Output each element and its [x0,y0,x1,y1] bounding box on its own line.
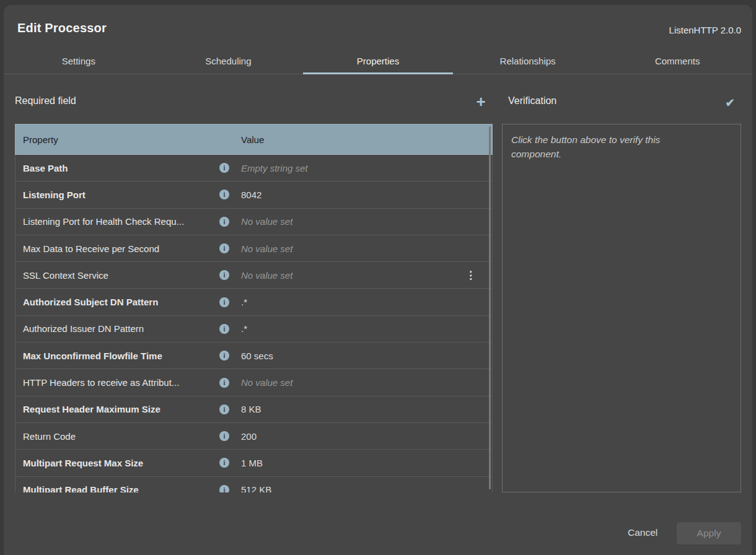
verification-panel: Click the button above to verify this co… [502,124,741,492]
property-row[interactable]: Request Header Maximum Sizei8 KB [15,396,492,423]
properties-table-header: Property Value [15,124,493,155]
info-icon[interactable]: i [219,431,229,441]
cancel-button[interactable]: Cancel [628,527,657,538]
property-name: Multipart Read Buffer Size [23,484,219,492]
properties-table-body: Base PathiEmpty string setListening Port… [15,155,493,492]
component-version: ListenHTTP 2.0.0 [669,25,741,35]
dialog-title: Edit Processor [17,21,107,35]
table-scrollbar[interactable] [489,126,491,489]
info-icon[interactable]: i [219,458,229,468]
tab-relationships-label: Relationships [500,56,556,66]
property-row[interactable]: Return Codei200 [15,423,492,450]
info-icon[interactable]: i [219,378,229,388]
tab-comments[interactable]: Comments [602,48,752,74]
property-row[interactable]: HTTP Headers to receive as Attribut...iN… [15,369,492,396]
property-value[interactable]: 1 MB [241,458,263,468]
property-row[interactable]: Multipart Read Buffer Sizei512 KB [15,477,492,492]
more-options-icon[interactable]: ⋮ [465,269,476,282]
verify-button[interactable]: ✔ [721,94,739,111]
property-row[interactable]: Listening Porti8042 [15,181,492,208]
edit-processor-dialog: Edit Processor ListenHTTP 2.0.0 Settings… [4,5,752,555]
properties-table: Property Value Base PathiEmpty string se… [15,124,493,492]
info-icon[interactable]: i [219,163,229,173]
property-value[interactable]: No value set [241,270,292,281]
info-icon[interactable]: i [219,243,229,253]
property-name: Multipart Request Max Size [23,458,219,468]
property-value[interactable]: Empty string set [241,163,308,173]
column-header-value: Value [241,134,264,145]
add-property-button[interactable]: + [472,93,490,110]
info-icon[interactable]: i [219,297,229,307]
property-value[interactable]: .* [241,323,247,334]
property-name: Listening Port [23,190,219,200]
check-icon: ✔ [725,96,734,110]
property-name: Return Code [23,431,219,442]
tab-settings[interactable]: Settings [4,48,154,74]
property-row[interactable]: Base PathiEmpty string set [15,155,492,181]
column-header-property: Property [23,134,58,145]
verification-heading: Verification [508,95,556,107]
property-name: HTTP Headers to receive as Attribut... [23,377,219,388]
plus-icon: + [476,94,485,110]
tab-settings-label: Settings [62,56,95,66]
info-icon[interactable]: i [219,217,229,227]
property-value[interactable]: 60 secs [241,351,273,361]
property-row[interactable]: Authorized Issuer DN Patterni.* [15,316,492,343]
info-icon[interactable]: i [219,485,229,492]
verification-hint: Click the button above to verify this co… [511,133,697,162]
property-name: Max Unconfirmed Flowfile Time [23,351,219,361]
property-row[interactable]: Authorized Subject DN Patterni.* [15,289,492,315]
property-row[interactable]: Max Data to Receive per SecondiNo value … [15,235,492,262]
property-value[interactable]: .* [241,297,247,307]
property-name: Listening Port for Health Check Requ... [23,216,219,227]
tab-properties-label: Properties [357,56,399,66]
property-name: Base Path [23,163,219,173]
info-icon[interactable]: i [219,190,229,199]
tab-properties[interactable]: Properties [303,48,453,74]
info-icon[interactable]: i [219,270,229,280]
property-value[interactable]: 8042 [241,190,262,200]
property-value[interactable]: 512 KB [241,484,271,492]
property-value[interactable]: No value set [241,377,292,388]
property-row[interactable]: Listening Port for Health Check Requ...i… [15,209,492,235]
property-value[interactable]: No value set [241,243,292,254]
property-name: Authorized Issuer DN Pattern [23,323,219,334]
info-icon[interactable]: i [219,324,229,334]
property-value[interactable]: 8 KB [241,404,262,414]
required-field-heading: Required field [15,95,76,107]
property-row[interactable]: Max Unconfirmed Flowfile Timei60 secs [15,343,492,369]
property-name: SSL Context Service [23,270,219,281]
property-row[interactable]: Multipart Request Max Sizei1 MB [15,450,492,476]
property-row[interactable]: SSL Context ServiceiNo value set⋮ [15,262,492,289]
tab-comments-label: Comments [655,56,700,66]
property-value[interactable]: No value set [241,216,292,227]
info-icon[interactable]: i [219,404,229,414]
property-name: Authorized Subject DN Pattern [23,297,219,307]
tab-bar: Settings Scheduling Properties Relations… [4,48,752,74]
tab-scheduling-label: Scheduling [205,56,251,66]
info-icon[interactable]: i [219,351,229,361]
tab-scheduling[interactable]: Scheduling [154,48,304,74]
property-name: Request Header Maximum Size [23,404,219,414]
tab-relationships[interactable]: Relationships [453,48,603,74]
apply-button[interactable]: Apply [677,522,741,544]
property-name: Max Data to Receive per Second [23,243,219,254]
property-value[interactable]: 200 [241,431,257,442]
